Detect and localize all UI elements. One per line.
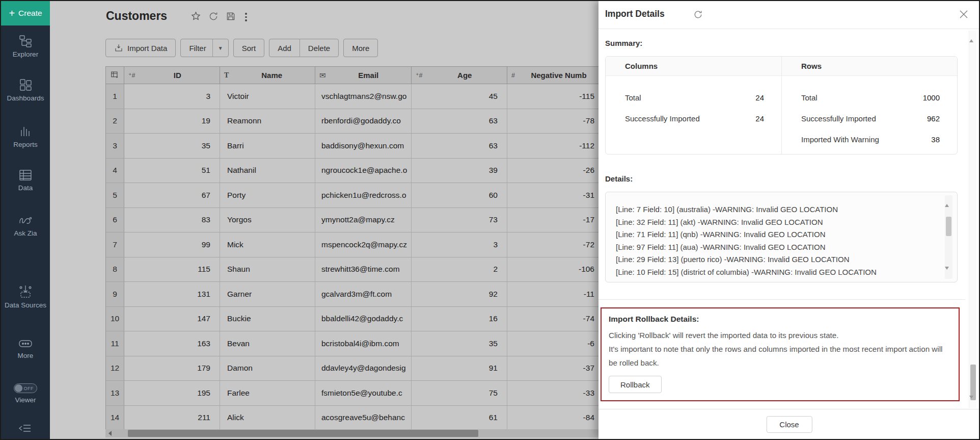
cell-name[interactable]: Reamonn [220, 109, 315, 134]
favorite-star-icon[interactable] [190, 11, 201, 23]
cell-name[interactable]: Alick [220, 406, 315, 430]
cell-age[interactable]: 92 [412, 282, 507, 306]
details-scrollbar[interactable] [945, 195, 952, 279]
panel-scrollbar-thumb[interactable] [970, 365, 976, 400]
sidebar-collapse-button[interactable] [1, 422, 50, 434]
cell-id[interactable]: 179 [124, 356, 220, 381]
cell-name[interactable]: Porty [220, 183, 315, 208]
cell-age[interactable]: 35 [412, 331, 507, 356]
cell-id[interactable]: 195 [124, 381, 220, 405]
more-button[interactable]: More [343, 39, 378, 57]
cell-name[interactable]: Shaun [220, 257, 315, 282]
add-button[interactable]: Add [269, 39, 300, 57]
cell-id[interactable]: 147 [124, 307, 220, 331]
sidebar-item-dashboards[interactable]: Dashboards [1, 79, 50, 102]
cell-age[interactable]: 91 [412, 356, 507, 381]
rollback-button[interactable]: Rollback [609, 376, 662, 393]
column-header-name[interactable]: T Name [220, 67, 315, 84]
cell-name[interactable]: Damon [220, 356, 315, 381]
cell-name[interactable]: Buckie [220, 307, 315, 331]
scroll-down-arrow[interactable] [945, 267, 949, 278]
column-header-age[interactable]: ⁺# Age [412, 67, 507, 84]
column-header-id[interactable]: ⁺# ID [124, 67, 220, 84]
cell-email[interactable]: ngroucock1e@apache.o [315, 159, 412, 183]
cell-negative-numb[interactable]: -112 [507, 134, 603, 158]
cell-email[interactable]: strewhitt36@time.com [315, 257, 412, 282]
viewer-toggle[interactable]: OFF Viewer [1, 383, 50, 404]
cell-name[interactable]: Mick [220, 232, 315, 257]
sidebar-item-data[interactable]: Data [1, 169, 50, 192]
cell-negative-numb[interactable]: -31 [507, 183, 603, 208]
close-button[interactable]: Close [766, 416, 812, 433]
cell-negative-numb[interactable]: -17 [507, 208, 603, 232]
cell-name[interactable]: Bevan [220, 331, 315, 356]
sidebar-item-ask-zia[interactable]: Ask Zia [1, 214, 50, 238]
cell-id[interactable]: 211 [124, 406, 220, 430]
cell-name[interactable]: Yorgos [220, 208, 315, 232]
panel-scrollbar[interactable] [969, 31, 976, 408]
create-button[interactable]: + Create [1, 1, 50, 25]
cell-id[interactable]: 99 [124, 232, 220, 257]
cell-id[interactable]: 131 [124, 282, 220, 306]
cell-email[interactable]: gcalvard3m@ft.com [315, 282, 412, 306]
cell-email[interactable]: rbenfordi@godaddy.co [315, 109, 412, 134]
cell-age[interactable]: 16 [412, 307, 507, 331]
scroll-down-arrow[interactable] [969, 396, 973, 407]
cell-age[interactable]: 75 [412, 381, 507, 405]
cell-id[interactable]: 3 [124, 84, 220, 109]
cell-id[interactable]: 163 [124, 331, 220, 356]
sidebar-item-explorer[interactable]: Explorer [1, 35, 50, 59]
cell-name[interactable]: Nathanil [220, 159, 315, 183]
cell-id[interactable]: 67 [124, 183, 220, 208]
cell-email[interactable]: vschlagtmans2@nsw.go [315, 84, 412, 109]
horizontal-scrollbar-thumb[interactable] [128, 430, 478, 437]
cell-age[interactable]: 61 [412, 406, 507, 430]
sidebar-item-data-sources[interactable]: Data Sources [1, 284, 50, 309]
cell-age[interactable]: 60 [412, 183, 507, 208]
scroll-up-arrow[interactable] [969, 31, 973, 42]
cell-name[interactable]: Barri [220, 134, 315, 158]
cell-negative-numb[interactable]: -11 [507, 282, 603, 306]
cell-age[interactable]: 2 [412, 257, 507, 282]
kebab-menu-icon[interactable] [243, 13, 249, 21]
cell-id[interactable]: 19 [124, 109, 220, 134]
cell-email[interactable]: ymynott2a@mapy.cz [315, 208, 412, 232]
cell-age[interactable]: 73 [412, 208, 507, 232]
cell-name[interactable]: Farlee [220, 381, 315, 405]
cell-id[interactable]: 35 [124, 134, 220, 158]
cell-name[interactable]: Garner [220, 282, 315, 306]
cell-email[interactable]: acosgreave5u@behanc [315, 406, 412, 430]
cell-negative-numb[interactable]: -33 [507, 381, 603, 405]
cell-negative-numb[interactable]: -37 [507, 356, 603, 381]
cell-negative-numb[interactable]: -115 [507, 84, 603, 109]
viewer-off-toggle[interactable]: OFF [14, 383, 37, 393]
cell-negative-numb[interactable]: -72 [507, 232, 603, 257]
details-scrollbar-thumb[interactable] [946, 217, 951, 236]
cell-negative-numb[interactable]: -26 [507, 159, 603, 183]
cell-email[interactable]: bbaldelli42@godaddy.c [315, 307, 412, 331]
sidebar-item-reports[interactable]: Reports [1, 125, 50, 149]
cell-email[interactable]: mspencock2q@mapy.cz [315, 232, 412, 257]
sort-button[interactable]: Sort [233, 39, 265, 57]
cell-negative-numb[interactable]: -84 [507, 406, 603, 430]
column-header-negative-numb[interactable]: # Negative Numb [507, 67, 603, 84]
cell-email[interactable]: fsmieton5e@youtube.c [315, 381, 412, 405]
filter-button[interactable]: Filter ▼ [180, 39, 228, 57]
refresh-icon[interactable] [693, 10, 703, 21]
delete-button[interactable]: Delete [300, 39, 338, 57]
cell-age[interactable]: 3 [412, 232, 507, 257]
cell-email[interactable]: bcristobal4i@ibm.com [315, 331, 412, 356]
cell-email[interactable]: pchicken1u@redcross.o [315, 183, 412, 208]
cell-email[interactable]: ddavley4y@dagondesig [315, 356, 412, 381]
cell-negative-numb[interactable]: -74 [507, 307, 603, 331]
cell-negative-numb[interactable]: -78 [507, 109, 603, 134]
cell-age[interactable]: 63 [412, 109, 507, 134]
scroll-left-arrow[interactable] [105, 429, 115, 437]
refresh-icon[interactable] [208, 11, 219, 23]
cell-id[interactable]: 115 [124, 257, 220, 282]
cell-negative-numb[interactable]: -106 [507, 257, 603, 282]
cell-email[interactable]: baddisony@hexun.com [315, 134, 412, 158]
save-icon[interactable] [226, 11, 236, 23]
cell-name[interactable]: Victoir [220, 84, 315, 109]
column-header-email[interactable]: ✉ Email [315, 67, 412, 84]
